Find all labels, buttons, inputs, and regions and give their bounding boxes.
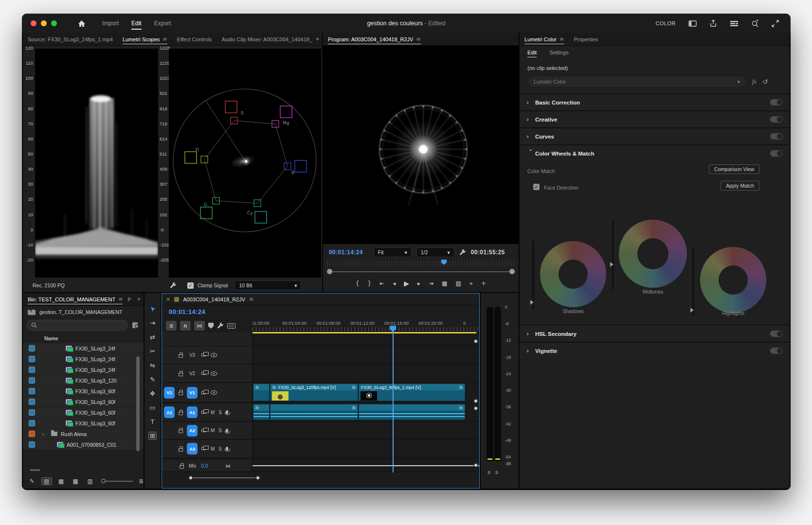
- minimize-window-button[interactable]: [41, 20, 47, 26]
- track-target-a2[interactable]: A2: [187, 425, 198, 437]
- panel-menu-icon[interactable]: ≡: [118, 296, 123, 302]
- mute-button[interactable]: M: [211, 428, 215, 433]
- shadows-wheel-slider[interactable]: [532, 240, 534, 309]
- close-window-button[interactable]: [31, 20, 36, 26]
- solo-button[interactable]: S: [218, 410, 222, 415]
- audio-clip-sliver[interactable]: fx: [253, 404, 270, 420]
- workspace-color-label[interactable]: COLOR: [655, 20, 676, 26]
- program-scrub-ruler[interactable]: [327, 261, 515, 266]
- lock-icon[interactable]: [179, 354, 183, 358]
- lift-button[interactable]: ▦: [442, 280, 447, 287]
- track-a2-lane[interactable]: [253, 422, 479, 439]
- header-tab-export[interactable]: Export: [154, 18, 171, 29]
- track-a1-lane[interactable]: fx fx fx: [253, 403, 479, 421]
- razor-tool[interactable]: ✂: [144, 344, 161, 358]
- bin-item-fx30-slog3-120[interactable]: FX30_SLog3_120: [23, 375, 144, 385]
- home-icon[interactable]: [77, 20, 86, 27]
- keyframe-toggle-icon[interactable]: ⋈: [225, 463, 230, 469]
- header-tab-import[interactable]: Import: [102, 18, 119, 29]
- label-color-chip[interactable]: [29, 356, 35, 362]
- track-v1-lane[interactable]: fx fx FX30_SLog3_120fps.mp4 [V] fx: [253, 383, 479, 402]
- icon-view-button[interactable]: ▦: [56, 478, 67, 485]
- panel-menu-icon[interactable]: ≡: [559, 36, 564, 42]
- solo-right-button[interactable]: S: [495, 470, 498, 475]
- tab-lumetri-color[interactable]: Lumetri Color≡: [524, 33, 564, 45]
- source-patch-a1[interactable]: A1: [164, 406, 175, 418]
- panel-menu-icon[interactable]: ≡: [416, 36, 421, 42]
- mark-out-button[interactable]: }: [367, 280, 371, 287]
- voiceover-mic-icon[interactable]: [226, 410, 228, 414]
- label-color-chip[interactable]: [29, 409, 35, 416]
- snapping-grid-tool[interactable]: ⊞: [144, 429, 161, 443]
- clip-60fps[interactable]: FX30_SLog3_60fps_1.mp4 [V] fx: [359, 384, 465, 401]
- highlights-slider-handle[interactable]: [690, 308, 694, 313]
- program-settings-wrench-icon[interactable]: [459, 249, 466, 256]
- face-detection-checkbox[interactable]: ✓: [533, 184, 540, 190]
- nest-sequence-toggle[interactable]: ≣: [166, 321, 177, 331]
- program-current-timecode[interactable]: 00:01:14:24: [329, 249, 363, 256]
- bin-item-rush-alexa[interactable]: ›Rush Alexa: [23, 429, 144, 439]
- label-color-chip[interactable]: [29, 431, 35, 437]
- quick-export-search-icon[interactable]: [751, 19, 759, 27]
- chevron-down-icon[interactable]: ›: [527, 149, 535, 158]
- search-field[interactable]: [40, 322, 89, 329]
- track-v2-lane[interactable]: [253, 365, 479, 382]
- close-sequence-icon[interactable]: ×: [166, 296, 170, 302]
- step-back-button[interactable]: ◂: [393, 280, 396, 287]
- volume-automation-line[interactable]: [253, 465, 479, 466]
- bin-item-a001-07090853-c01[interactable]: A001_07090853_C01: [23, 439, 144, 450]
- track-target-a3[interactable]: A3: [187, 443, 198, 455]
- freeform-view-button[interactable]: ▩: [70, 478, 81, 485]
- marker-icon[interactable]: [208, 323, 214, 329]
- section-color-wheels-match[interactable]: ›Color Wheels & Match: [520, 144, 790, 161]
- edit-pencil-icon[interactable]: ✎: [27, 478, 37, 485]
- label-color-chip[interactable]: [29, 441, 35, 448]
- midtones-wheel-slider[interactable]: [612, 221, 614, 290]
- snap-magnet-toggle[interactable]: ∩: [180, 321, 191, 331]
- type-tool[interactable]: T: [144, 415, 161, 429]
- chevron-right-icon[interactable]: ›: [526, 99, 535, 106]
- go-to-out-button[interactable]: ⇥: [429, 280, 433, 287]
- shadows-slider-handle[interactable]: [530, 300, 534, 305]
- slip-tool[interactable]: ⇋: [144, 358, 161, 372]
- bit-depth-dropdown[interactable]: 10 Bit▾: [235, 280, 301, 290]
- more-button[interactable]: »: [469, 280, 473, 287]
- zoom-slider-knob[interactable]: [101, 479, 106, 483]
- subtab-settings[interactable]: Settings: [549, 50, 569, 55]
- panel-overflow-icon[interactable]: »: [316, 35, 319, 42]
- track-target-v3[interactable]: V3: [187, 352, 198, 358]
- section-hsl-secondary[interactable]: ›HSL Secondary: [520, 325, 790, 342]
- lock-icon[interactable]: [179, 430, 183, 433]
- step-forward-button[interactable]: ▸: [417, 280, 420, 287]
- track-v3-lane[interactable]: [253, 346, 479, 364]
- label-color-chip[interactable]: [29, 367, 35, 373]
- panel-menu-icon[interactable]: ≡: [249, 296, 253, 302]
- zoom-scrollbar-right-handle[interactable]: [255, 475, 260, 480]
- track-target-a1[interactable]: A1: [187, 406, 198, 418]
- tab-program-monitor[interactable]: Program: A003C004_140418_R2JV≡: [328, 33, 421, 45]
- lumetri-effect-dropdown[interactable]: Lumetri Color▾: [527, 76, 746, 88]
- track-a3-lane[interactable]: [253, 440, 479, 457]
- tab-audio-clip-mixer-a003c004-140418[interactable]: Audio Clip Mixer: A003C004_140418_: [222, 33, 313, 45]
- zoom-bar-right-handle[interactable]: [509, 269, 515, 274]
- bin-item-fx30-slog3-60f[interactable]: FX30_SLog3_60f: [23, 397, 144, 407]
- panel-menu-icon[interactable]: ≡: [162, 36, 167, 42]
- clamp-signal-checkbox[interactable]: ✓: [187, 282, 194, 289]
- track-visibility-eye-icon[interactable]: [211, 371, 217, 376]
- track-resize-handle[interactable]: [473, 406, 478, 411]
- play-button[interactable]: ▶: [404, 280, 409, 287]
- captions-icon[interactable]: CC: [227, 323, 235, 329]
- highlights-wheel-slider[interactable]: [692, 247, 694, 316]
- section-enable-toggle[interactable]: [770, 348, 783, 354]
- mute-button[interactable]: M: [211, 446, 215, 452]
- ripple-edit-tool[interactable]: ⇄: [144, 330, 161, 344]
- bin-item-fx30-slog3-60f[interactable]: FX30_SLog3_60f: [23, 386, 144, 396]
- expand-chevron-icon[interactable]: ›: [42, 431, 44, 437]
- tab-effect-controls[interactable]: Effect Controls: [177, 33, 212, 45]
- timeline-ruler[interactable]: 01:00:0000:01:04:0000:01:08:0000:01:12:0…: [253, 319, 479, 332]
- panel-layout-icon[interactable]: [688, 20, 697, 27]
- fit-dropdown[interactable]: Fit▾: [374, 247, 412, 257]
- workspaces-icon[interactable]: [730, 20, 739, 27]
- track-target-v2[interactable]: V2: [187, 371, 198, 376]
- add-button[interactable]: +: [481, 280, 486, 287]
